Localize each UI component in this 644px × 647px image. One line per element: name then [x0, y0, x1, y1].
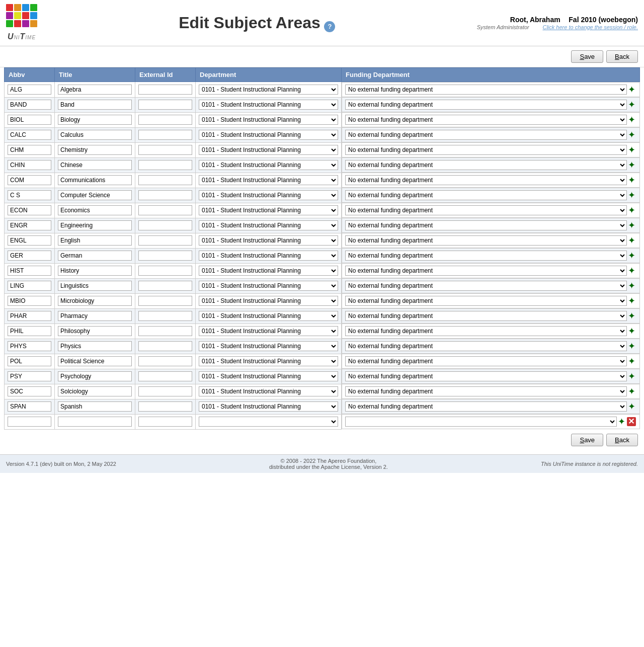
add-row-icon[interactable]: ✦ — [627, 159, 636, 171]
select-funding-dept[interactable]: No external funding department — [345, 160, 627, 170]
select-dept[interactable]: 0101 - Student Instructional Planning — [199, 251, 338, 261]
add-row-icon[interactable]: ✦ — [627, 175, 636, 186]
col-funding-dept[interactable]: Funding Department — [342, 68, 640, 82]
add-row-icon[interactable]: ✦ — [627, 190, 636, 201]
input-ext-id[interactable] — [138, 175, 192, 185]
select-funding-dept[interactable]: No external funding department — [345, 85, 627, 95]
input-ext-id[interactable] — [138, 341, 192, 351]
select-dept[interactable]: 0101 - Student Instructional Planning — [199, 115, 338, 125]
input-title[interactable] — [58, 371, 132, 381]
input-title[interactable] — [58, 85, 132, 95]
input-abbv[interactable] — [8, 266, 51, 276]
col-dept[interactable]: Department — [196, 68, 342, 82]
add-row-icon[interactable]: ✦ — [627, 310, 636, 321]
add-row-icon[interactable]: ✦ — [627, 401, 636, 412]
back-button-top[interactable]: Back — [606, 50, 638, 63]
input-title[interactable] — [58, 311, 132, 321]
input-abbv[interactable] — [8, 371, 51, 381]
input-ext-id[interactable] — [138, 356, 192, 366]
input-abbv[interactable] — [8, 145, 51, 155]
input-ext-id[interactable] — [138, 266, 192, 276]
input-title[interactable] — [58, 356, 132, 366]
add-row-icon[interactable]: ✦ — [627, 250, 636, 261]
select-funding-dept[interactable]: No external funding department — [345, 281, 627, 291]
input-abbv[interactable] — [8, 235, 51, 246]
select-dept[interactable]: 0101 - Student Instructional Planning — [199, 386, 338, 396]
input-abbv[interactable] — [8, 130, 51, 140]
select-new-funding[interactable] — [345, 417, 617, 427]
input-title[interactable] — [58, 115, 132, 125]
input-abbv[interactable] — [8, 205, 51, 215]
session-link[interactable]: Click here to change the session / role. — [542, 24, 638, 30]
input-abbv[interactable] — [8, 190, 51, 200]
input-ext-id[interactable] — [138, 130, 192, 140]
select-dept[interactable]: 0101 - Student Instructional Planning — [199, 311, 338, 321]
input-title[interactable] — [58, 100, 132, 110]
input-abbv[interactable] — [8, 341, 51, 351]
add-row-icon[interactable]: ✦ — [627, 341, 636, 352]
input-title[interactable] — [58, 190, 132, 200]
input-title[interactable] — [58, 281, 132, 291]
input-abbv[interactable] — [8, 251, 51, 261]
input-new-title[interactable] — [58, 417, 132, 427]
input-abbv[interactable] — [8, 356, 51, 366]
select-dept[interactable]: 0101 - Student Instructional Planning — [199, 235, 338, 246]
input-ext-id[interactable] — [138, 190, 192, 200]
input-ext-id[interactable] — [138, 311, 192, 321]
add-row-icon[interactable]: ✦ — [627, 84, 636, 95]
input-abbv[interactable] — [8, 296, 51, 306]
select-dept[interactable]: 0101 - Student Instructional Planning — [199, 341, 338, 351]
input-ext-id[interactable] — [138, 160, 192, 170]
input-abbv[interactable] — [8, 326, 51, 336]
select-funding-dept[interactable]: No external funding department — [345, 386, 627, 396]
select-funding-dept[interactable]: No external funding department — [345, 371, 627, 381]
input-title[interactable] — [58, 296, 132, 306]
add-row-icon[interactable]: ✦ — [627, 144, 636, 155]
add-row-icon[interactable]: ✦ — [627, 295, 636, 306]
select-funding-dept[interactable]: No external funding department — [345, 175, 627, 185]
input-ext-id[interactable] — [138, 401, 192, 412]
input-title[interactable] — [58, 175, 132, 185]
input-abbv[interactable] — [8, 281, 51, 291]
input-ext-id[interactable] — [138, 100, 192, 110]
select-funding-dept[interactable]: No external funding department — [345, 311, 627, 321]
select-dept[interactable]: 0101 - Student Instructional Planning — [199, 401, 338, 412]
add-row-icon[interactable]: ✦ — [627, 129, 636, 140]
help-icon[interactable]: ? — [324, 21, 335, 32]
input-ext-id[interactable] — [138, 220, 192, 230]
add-row-icon[interactable]: ✦ — [627, 371, 636, 382]
input-ext-id[interactable] — [138, 251, 192, 261]
input-abbv[interactable] — [8, 115, 51, 125]
input-abbv[interactable] — [8, 220, 51, 230]
select-funding-dept[interactable]: No external funding department — [345, 130, 627, 140]
select-dept[interactable]: 0101 - Student Instructional Planning — [199, 356, 338, 366]
add-new-row-icon[interactable]: ✦ — [617, 416, 626, 427]
col-title[interactable]: Title — [55, 68, 135, 82]
select-funding-dept[interactable]: No external funding department — [345, 296, 627, 306]
select-funding-dept[interactable]: No external funding department — [345, 115, 627, 125]
add-row-icon[interactable]: ✦ — [627, 356, 636, 367]
input-ext-id[interactable] — [138, 371, 192, 381]
input-abbv[interactable] — [8, 386, 51, 396]
add-row-icon[interactable]: ✦ — [627, 235, 636, 246]
input-title[interactable] — [58, 235, 132, 246]
select-funding-dept[interactable]: No external funding department — [345, 341, 627, 351]
select-dept[interactable]: 0101 - Student Instructional Planning — [199, 130, 338, 140]
select-funding-dept[interactable]: No external funding department — [345, 356, 627, 366]
select-funding-dept[interactable]: No external funding department — [345, 220, 627, 230]
select-dept[interactable]: 0101 - Student Instructional Planning — [199, 175, 338, 185]
select-funding-dept[interactable]: No external funding department — [345, 145, 627, 155]
input-ext-id[interactable] — [138, 85, 192, 95]
add-row-icon[interactable]: ✦ — [627, 220, 636, 231]
select-dept[interactable]: 0101 - Student Instructional Planning — [199, 145, 338, 155]
select-funding-dept[interactable]: No external funding department — [345, 205, 627, 215]
input-abbv[interactable] — [8, 175, 51, 185]
input-title[interactable] — [58, 341, 132, 351]
input-title[interactable] — [58, 130, 132, 140]
add-row-icon[interactable]: ✦ — [627, 114, 636, 125]
select-dept[interactable]: 0101 - Student Instructional Planning — [199, 326, 338, 336]
input-ext-id[interactable] — [138, 115, 192, 125]
input-new-abbv[interactable] — [8, 417, 51, 427]
select-new-dept[interactable] — [199, 417, 338, 427]
delete-row-icon[interactable]: ✕ — [627, 417, 636, 426]
